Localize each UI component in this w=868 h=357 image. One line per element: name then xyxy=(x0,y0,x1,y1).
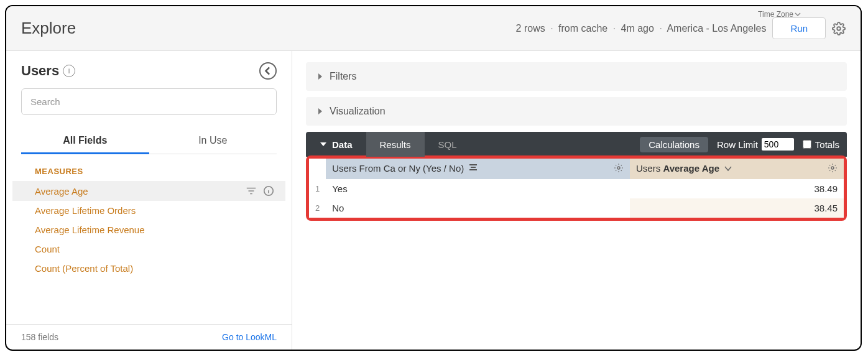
svg-rect-2 xyxy=(469,164,477,165)
svg-point-0 xyxy=(837,27,841,30)
run-button[interactable]: Run xyxy=(772,17,826,39)
gear-icon[interactable] xyxy=(832,22,846,35)
filters-panel[interactable]: Filters xyxy=(306,62,847,91)
filter-icon[interactable] xyxy=(246,185,257,197)
data-bar: Data Results SQL Calculations Row Limit … xyxy=(306,132,847,157)
sql-tab[interactable]: SQL xyxy=(425,132,471,157)
svg-point-6 xyxy=(831,167,834,169)
svg-point-5 xyxy=(617,167,620,169)
svg-rect-4 xyxy=(469,169,477,170)
timezone-selector[interactable]: Time Zone xyxy=(758,10,801,19)
results-table-highlight: Users From Ca or Ny (Yes / No) xyxy=(306,155,847,221)
measures-section-label: MEASURES xyxy=(12,163,285,181)
go-to-lookml-link[interactable]: Go to LookML xyxy=(222,332,277,342)
results-tab[interactable]: Results xyxy=(366,132,425,157)
row-limit-input[interactable] xyxy=(762,138,794,151)
rownum-cell: 2 xyxy=(309,198,326,218)
main-area: Filters Visualization Data Results SQL C… xyxy=(292,51,861,350)
chevron-down-icon xyxy=(795,11,801,17)
field-count-label: 158 fields xyxy=(21,332,58,342)
header: Explore Time Zone 2 rows · from cache · … xyxy=(6,6,861,51)
status-bar: 2 rows · from cache · 4m ago · America -… xyxy=(516,23,767,34)
dimension-cell: No xyxy=(326,198,630,218)
field-label: Average Lifetime Revenue xyxy=(35,225,145,235)
tab-in-use[interactable]: In Use xyxy=(149,129,277,154)
caret-right-icon xyxy=(317,108,323,115)
caret-down-icon xyxy=(320,141,327,147)
field-label: Average Age xyxy=(35,186,88,197)
svg-rect-3 xyxy=(471,167,476,168)
caret-right-icon xyxy=(317,73,323,80)
visualization-label: Visualization xyxy=(330,106,386,117)
table-row[interactable]: 1 Yes 38.49 xyxy=(309,179,844,198)
sidebar-title: Users xyxy=(21,63,59,79)
sidebar: Users i All Fields In Use MEASURES Avera… xyxy=(6,51,292,350)
visualization-panel[interactable]: Visualization xyxy=(306,97,847,126)
field-label: Count xyxy=(35,244,60,254)
field-label: Count (Percent of Total) xyxy=(35,263,133,274)
results-table: Users From Ca or Ny (Yes / No) xyxy=(309,159,844,218)
measure-column-header[interactable]: Users Average Age xyxy=(630,159,844,179)
rownum-cell: 1 xyxy=(309,179,326,198)
timezone-label: Time Zone xyxy=(758,10,793,19)
field-count[interactable]: Count xyxy=(12,239,285,259)
totals-toggle[interactable]: Totals xyxy=(803,139,839,150)
field-average-lifetime-orders[interactable]: Average Lifetime Orders xyxy=(12,201,285,220)
data-tab[interactable]: Data xyxy=(306,132,366,157)
measure-cell: 38.49 xyxy=(630,179,844,198)
totals-label: Totals xyxy=(815,139,839,150)
page-title: Explore xyxy=(21,19,76,38)
search-input[interactable] xyxy=(21,88,277,115)
row-limit-label: Row Limit xyxy=(717,139,758,150)
field-average-age[interactable]: Average Age xyxy=(12,181,285,201)
calculations-button[interactable]: Calculations xyxy=(640,137,708,152)
dimension-cell: Yes xyxy=(326,179,630,198)
sort-desc-icon xyxy=(724,165,732,172)
filters-label: Filters xyxy=(330,71,357,82)
collapse-sidebar-icon[interactable] xyxy=(259,62,277,80)
pivot-icon xyxy=(469,163,478,172)
info-icon[interactable] xyxy=(263,185,274,197)
dimension-gear-icon[interactable] xyxy=(614,163,624,175)
field-label: Average Lifetime Orders xyxy=(35,205,136,216)
tab-all-fields[interactable]: All Fields xyxy=(21,129,149,154)
measure-gear-icon[interactable] xyxy=(828,163,838,175)
info-icon[interactable]: i xyxy=(63,65,75,77)
field-average-lifetime-revenue[interactable]: Average Lifetime Revenue xyxy=(12,220,285,239)
rownum-header xyxy=(309,159,326,179)
table-row[interactable]: 2 No 38.45 xyxy=(309,198,844,218)
dimension-column-header[interactable]: Users From Ca or Ny (Yes / No) xyxy=(326,159,630,179)
field-count-percent[interactable]: Count (Percent of Total) xyxy=(12,259,285,278)
totals-checkbox[interactable] xyxy=(803,140,811,149)
measure-cell: 38.45 xyxy=(630,198,844,218)
